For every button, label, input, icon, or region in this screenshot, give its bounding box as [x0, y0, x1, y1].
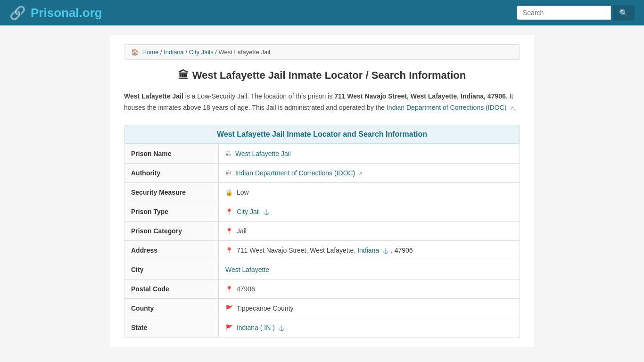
label-prison-type: Prison Type: [124, 202, 219, 221]
county-icon: 🚩: [225, 305, 233, 312]
prison-type-link[interactable]: City Jail: [237, 208, 260, 215]
county-value: Tippecanoe County: [237, 304, 294, 312]
value-state: 🚩 Indiana ( IN ) ⚓: [219, 318, 520, 337]
value-city: West Lafayette: [219, 260, 520, 279]
value-security: 🔒 Low: [219, 182, 520, 202]
breadcrumb-current: West Lafayette Jail: [219, 49, 271, 56]
main-container: 🏠 Home / Indiana / City Jails / West Laf…: [110, 35, 534, 347]
table-row: Prison Name 🏛 West Lafayette Jail: [124, 144, 520, 163]
page-title-icon: 🏛: [178, 69, 189, 82]
prison-name-link[interactable]: West Lafayette Jail: [235, 150, 291, 157]
value-postal: 📍 47906: [219, 279, 520, 298]
label-state: State: [124, 318, 219, 337]
breadcrumb-indiana[interactable]: Indiana: [164, 49, 184, 56]
prison-icon: 🏛: [225, 150, 231, 157]
authority-link[interactable]: Indian Department of Corrections (IDOC): [387, 104, 506, 111]
label-address: Address: [124, 240, 219, 260]
logo-accent: .org: [79, 6, 102, 20]
table-row: Authority 🏛 Indian Department of Correct…: [124, 163, 520, 182]
anchor-indiana: ⚓: [382, 248, 389, 254]
breadcrumb-home[interactable]: Home: [142, 49, 159, 56]
breadcrumb-city-jails[interactable]: City Jails: [189, 49, 214, 56]
type-icon: 📍: [225, 208, 233, 215]
table-row: Address 📍 711 West Navajo Street, West L…: [124, 240, 520, 260]
page-title: 🏛 West Lafayette Jail Inmate Locator / S…: [124, 69, 520, 82]
table-row: Security Measure 🔒 Low: [124, 182, 520, 202]
home-icon: 🏠: [131, 49, 139, 56]
address-icon: 📍: [225, 247, 233, 254]
value-prison-category: 📍 Jail: [219, 221, 520, 240]
info-table: Prison Name 🏛 West Lafayette Jail Author…: [124, 144, 520, 337]
value-prison-type: 📍 City Jail ⚓: [219, 202, 520, 221]
table-row: Postal Code 📍 47906: [124, 279, 520, 298]
authority-icon: 🏛: [225, 170, 231, 177]
address-bold: 711 West Navajo Street, West Lafayette, …: [334, 92, 506, 100]
state-icon: 🚩: [225, 324, 233, 331]
value-address: 📍 711 West Navajo Street, West Lafayette…: [219, 240, 520, 260]
table-row: City West Lafayette: [124, 260, 520, 279]
site-header: 🔗 Prisonal.org 🔍: [0, 0, 644, 25]
logo-main: Prisonal: [31, 6, 79, 20]
label-postal: Postal Code: [124, 279, 219, 298]
value-prison-name: 🏛 West Lafayette Jail: [219, 144, 520, 163]
city-link[interactable]: West Lafayette: [225, 266, 269, 273]
table-row: Prison Type 📍 City Jail ⚓: [124, 202, 520, 221]
category-icon: 📍: [225, 228, 233, 235]
logo-text: Prisonal.org: [31, 6, 102, 20]
section-header: West Lafayette Jail Inmate Locator and S…: [124, 125, 520, 144]
search-input[interactable]: [517, 6, 611, 20]
postal-icon: 📍: [225, 286, 233, 293]
prison-name-bold: West Lafayette Jail: [124, 92, 183, 100]
state-anchor-icon: ⚓: [278, 325, 285, 331]
label-city: City: [124, 260, 219, 279]
label-security: Security Measure: [124, 182, 219, 202]
label-county: County: [124, 298, 219, 318]
breadcrumb: 🏠 Home / Indiana / City Jails / West Laf…: [124, 44, 520, 60]
logo-link[interactable]: 🔗 Prisonal.org: [9, 5, 102, 21]
label-prison-category: Prison Category: [124, 221, 219, 240]
authority-table-link[interactable]: Indian Department of Corrections (IDOC): [235, 169, 355, 177]
logo-icon: 🔗: [9, 5, 26, 21]
state-link[interactable]: Indiana ( IN ): [237, 324, 275, 331]
label-authority: Authority: [124, 163, 219, 182]
value-authority: 🏛 Indian Department of Corrections (IDOC…: [219, 163, 520, 182]
label-prison-name: Prison Name: [124, 144, 219, 163]
search-button[interactable]: 🔍: [613, 5, 635, 21]
anchor-icon: ⚓: [263, 209, 270, 215]
search-area: 🔍: [517, 5, 635, 21]
state-link-indiana[interactable]: Indiana: [357, 247, 379, 254]
security-value: Low: [237, 189, 249, 196]
page-title-text: West Lafayette Jail Inmate Locator / Sea…: [192, 69, 466, 82]
postal-value: 47906: [237, 285, 255, 293]
search-icon: 🔍: [619, 9, 628, 17]
table-row: County 🚩 Tippecanoe County: [124, 298, 520, 318]
table-row: Prison Category 📍 Jail: [124, 221, 520, 240]
ext-link-icon: ↗: [358, 171, 363, 176]
table-row: State 🚩 Indiana ( IN ) ⚓: [124, 318, 520, 337]
ext-icon: ↗: [510, 105, 514, 111]
value-county: 🚩 Tippecanoe County: [219, 298, 520, 318]
description: West Lafayette Jail is a Low-Security Ja…: [124, 91, 520, 114]
lock-icon: 🔒: [225, 189, 233, 196]
category-value: Jail: [237, 227, 247, 235]
